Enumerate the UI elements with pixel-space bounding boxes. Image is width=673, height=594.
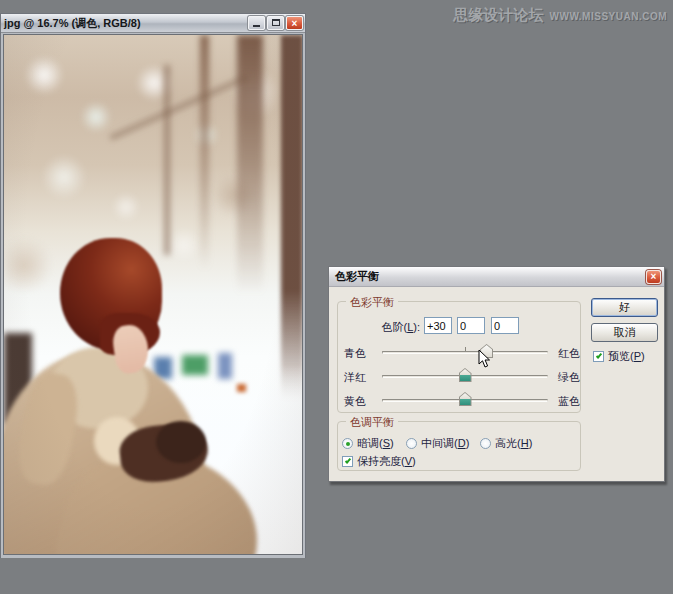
- cyan-red-slider-track[interactable]: [382, 351, 548, 354]
- preview-checkbox-label: 预览(P): [608, 349, 645, 364]
- highlights-radio-label: 高光(H): [495, 436, 532, 451]
- minimize-icon: [253, 25, 260, 27]
- preview-checkbox[interactable]: 预览(P): [593, 349, 645, 364]
- radio-icon: [480, 438, 491, 449]
- dialog-close-button[interactable]: ×: [646, 270, 661, 284]
- watermark-site-name: 思缘设计论坛: [454, 6, 544, 25]
- yellow-blue-slider-row: 黄色 蓝色: [338, 390, 580, 412]
- maximize-icon: [272, 19, 280, 26]
- midtones-radio-label: 中间调(D): [421, 436, 469, 451]
- close-icon: ×: [651, 271, 657, 282]
- magenta-green-slider-thumb[interactable]: [459, 368, 472, 382]
- green-label: 绿色: [558, 370, 588, 385]
- color-balance-dialog: 色彩平衡 × 色彩平衡 色阶(L): 青色 红色 洋红 绿色 黄色: [328, 266, 665, 482]
- radio-icon: [406, 438, 417, 449]
- photo-canvas: [4, 35, 302, 554]
- photo-vignette: [4, 35, 302, 554]
- magenta-label: 洋红: [344, 370, 380, 385]
- checkbox-icon: [342, 456, 353, 467]
- preserve-luminosity-checkbox[interactable]: 保持亮度(V): [342, 454, 416, 469]
- levels-label: 色阶(L):: [338, 320, 420, 335]
- color-balance-group-label: 色彩平衡: [346, 295, 398, 310]
- red-label: 红色: [558, 346, 588, 361]
- image-window-title: jpg @ 16.7% (调色, RGB/8): [1, 16, 141, 31]
- shadows-radio[interactable]: 暗调(S): [342, 436, 394, 451]
- maximize-button[interactable]: [267, 16, 284, 30]
- image-window-titlebar[interactable]: jpg @ 16.7% (调色, RGB/8) ×: [1, 14, 305, 33]
- dialog-title: 色彩平衡: [329, 269, 379, 284]
- cyan-label: 青色: [344, 346, 380, 361]
- close-window-button[interactable]: ×: [286, 16, 303, 30]
- watermark-site-url: WWW.MISSYUAN.COM: [550, 11, 667, 22]
- dialog-titlebar[interactable]: 色彩平衡 ×: [329, 267, 664, 287]
- blue-label: 蓝色: [558, 394, 588, 409]
- ok-button[interactable]: 好: [591, 298, 658, 317]
- preserve-luminosity-label: 保持亮度(V): [357, 454, 416, 469]
- slider-center-tick: [465, 347, 466, 351]
- checkbox-icon: [593, 351, 604, 362]
- highlights-radio[interactable]: 高光(H): [480, 436, 532, 451]
- color-balance-group: 色彩平衡 色阶(L): 青色 红色 洋红 绿色 黄色 蓝色: [337, 301, 581, 413]
- levels-input-1[interactable]: [424, 317, 452, 334]
- tone-balance-group: 色调平衡 暗调(S) 中间调(D) 高光(H) 保持亮度(V): [337, 421, 581, 471]
- levels-input-2[interactable]: [457, 317, 485, 334]
- radio-icon: [342, 438, 353, 449]
- yellow-label: 黄色: [344, 394, 380, 409]
- cancel-button[interactable]: 取消: [591, 323, 658, 342]
- shadows-radio-label: 暗调(S): [357, 436, 394, 451]
- mouse-cursor-icon: [478, 349, 492, 369]
- cyan-red-slider-row: 青色 红色: [338, 342, 580, 364]
- watermark: 思缘设计论坛 WWW.MISSYUAN.COM: [454, 6, 667, 25]
- minimize-button[interactable]: [248, 16, 265, 30]
- magenta-green-slider-row: 洋红 绿色: [338, 366, 580, 388]
- photoshop-workspace: 思缘设计论坛 WWW.MISSYUAN.COM jpg @ 16.7% (调色,…: [0, 0, 673, 594]
- close-icon: ×: [292, 18, 298, 29]
- image-document-window: jpg @ 16.7% (调色, RGB/8) ×: [0, 13, 306, 558]
- midtones-radio[interactable]: 中间调(D): [406, 436, 469, 451]
- yellow-blue-slider-thumb[interactable]: [459, 392, 472, 406]
- image-window-body: [1, 33, 305, 558]
- levels-input-3[interactable]: [491, 317, 519, 334]
- tone-balance-group-label: 色调平衡: [346, 415, 398, 430]
